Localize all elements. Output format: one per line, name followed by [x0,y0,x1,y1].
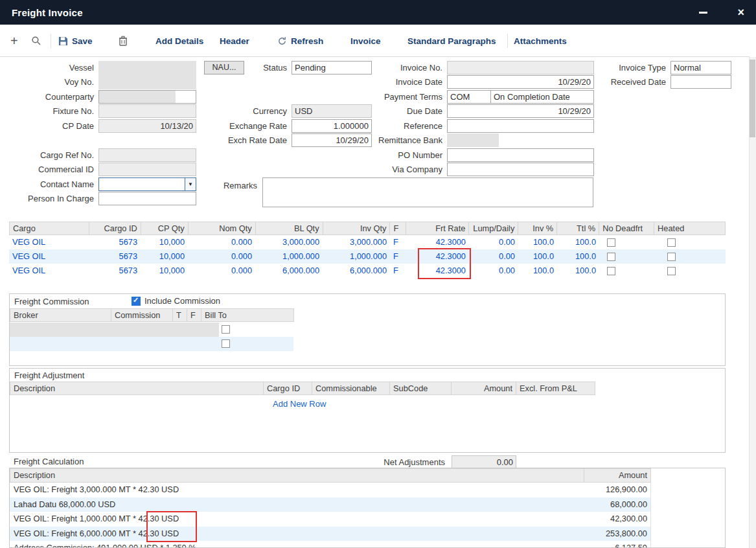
heated-checkbox[interactable] [667,253,676,261]
f-cell[interactable]: F [390,249,406,264]
person-in-charge-field[interactable] [98,192,196,205]
cp-qty-cell[interactable]: 10,000 [141,235,188,249]
frt-rate-cell[interactable]: 42.3000 [406,235,469,249]
col-header-bl-qty: BL Qty [256,222,323,235]
heated-checkbox[interactable] [667,267,676,275]
inv-pct-cell[interactable]: 100.0 [518,235,557,249]
cargo-row[interactable]: VEG OIL 5673 10,000 0.000 1,000.000 1,00… [9,249,726,264]
standard-paragraphs-button[interactable]: Standard Paragraphs [407,25,496,57]
counterparty-label: Counterparty [0,90,96,104]
nom-qty-cell[interactable]: 0.000 [188,249,255,264]
invoice-type-field[interactable]: Normal [670,61,731,74]
f-cell[interactable]: F [390,264,406,278]
col-header-bill-to: Bill To [201,308,294,322]
cargo-row[interactable]: VEG OIL 5673 10,000 0.000 6,000.000 6,00… [9,264,726,278]
bl-qty-cell[interactable]: 1,000.000 [255,249,323,264]
cargo-cell[interactable]: VEG OIL [9,264,89,278]
payment-terms-code-field[interactable]: COM [447,90,491,104]
col-header-lump-daily: Lump/Daily [469,222,518,235]
cargo-cell[interactable]: VEG OIL [9,235,89,249]
inv-qty-cell[interactable]: 6,000.000 [323,264,390,278]
heated-checkbox[interactable] [667,238,676,247]
cargo-row[interactable]: VEG OIL 5673 10,000 0.000 3,000.000 3,00… [9,235,726,249]
include-commission-checkbox[interactable] [132,297,141,306]
no-deadfrt-checkbox[interactable] [607,253,615,261]
add-details-button[interactable]: Add Details [155,25,203,57]
col-header-cargo-id: Cargo ID [264,382,312,395]
invoice-type-label: Invoice Type [573,61,668,75]
col-header-cargo: Cargo [10,222,89,235]
no-deadfrt-checkbox[interactable] [607,238,615,247]
voy-no-label: Voy No. [0,75,96,89]
ttl-pct-cell[interactable]: 100.0 [557,235,599,249]
cargo-cell[interactable]: VEG OIL [9,249,89,264]
cargo-table: Cargo Cargo ID CP Qty Nom Qty BL Qty Inv… [9,222,726,278]
po-number-field[interactable] [447,148,594,162]
cargo-id-cell[interactable]: 5673 [89,264,141,278]
calc-description: VEG OIL: Freight 6,000.000 MT * 42.30 US… [10,527,584,542]
cargo-id-cell[interactable]: 5673 [89,249,141,264]
col-header-broker: Broker [10,308,111,322]
titlebar: Freight Invoice × [0,0,756,25]
cargo-id-cell[interactable]: 5673 [89,235,141,249]
no-deadfrt-checkbox[interactable] [607,267,615,275]
no-deadfrt-cell [599,264,654,278]
reference-field[interactable] [447,119,594,133]
col-header-inv-qty: Inv Qty [323,222,391,235]
save-button[interactable]: Save [58,25,93,57]
counterparty-redaction [99,91,176,103]
standard-paragraphs-label: Standard Paragraphs [407,36,496,46]
window-title: Freight Invoice [12,7,83,18]
close-icon[interactable]: × [737,6,744,18]
ttl-pct-cell[interactable]: 100.0 [557,264,599,278]
received-date-field[interactable] [670,75,731,89]
inv-qty-cell[interactable]: 3,000.000 [323,235,390,249]
ttl-pct-cell[interactable]: 100.0 [557,249,599,264]
commission-row[interactable] [10,337,293,351]
cp-qty-cell[interactable]: 10,000 [141,249,188,264]
nom-qty-cell[interactable]: 0.000 [188,264,255,278]
window-controls: × [699,6,744,18]
highlight-box-frt-rate [418,248,471,279]
col-header-description: Description [10,468,584,483]
col-header-t: T [173,308,187,322]
save-icon [58,36,68,46]
calculation-row: VEG OIL: Freight 3,000.000 MT * 42.30 US… [10,483,651,497]
via-company-field[interactable] [447,163,594,176]
calculation-row: VEG OIL: Freight 1,000.000 MT * 42.30 US… [10,512,651,527]
inv-qty-cell[interactable]: 1,000.000 [323,249,390,264]
fixture-no-label: Fixture No. [0,104,96,119]
attachments-button[interactable]: Attachments [514,25,567,57]
search-button[interactable] [31,25,41,57]
refresh-button[interactable]: Refresh [277,25,323,57]
cp-qty-cell[interactable]: 10,000 [141,264,188,278]
inv-pct-cell[interactable]: 100.0 [518,249,557,264]
bl-qty-cell[interactable]: 3,000.000 [255,235,323,249]
commission-row-checkbox[interactable] [222,325,230,334]
lump-daily-cell[interactable]: 0.00 [469,249,518,264]
lump-daily-cell[interactable]: 0.00 [469,264,518,278]
search-icon [31,36,41,46]
invoice-button[interactable]: Invoice [350,25,381,57]
nom-qty-cell[interactable]: 0.000 [188,235,255,249]
toolbar: + Save Add Details Header Refresh Invoic… [0,25,750,57]
header-button[interactable]: Header [220,25,249,57]
invoice-date-field[interactable]: 10/29/20 [447,75,594,89]
col-header-cp-qty: CP Qty [141,222,189,235]
minimize-icon[interactable] [699,12,707,14]
scrollbar-thumb[interactable] [750,60,755,137]
delete-button[interactable] [119,25,128,57]
new-button[interactable]: + [10,25,18,57]
calculation-row: Lahad Datu 68,000.00 USD 68,000.00 [10,497,651,512]
bl-qty-cell[interactable]: 6,000.000 [255,264,323,278]
payment-terms-description: On Completion Date [490,90,594,104]
remarks-field[interactable] [262,177,593,207]
commission-row-checkbox[interactable] [222,339,230,348]
f-cell[interactable]: F [390,235,406,249]
add-new-row-link[interactable]: Add New Row [273,399,326,409]
due-date-field[interactable]: 10/29/20 [447,104,594,118]
inv-pct-cell[interactable]: 100.0 [518,264,557,278]
lump-daily-cell[interactable]: 0.00 [469,235,518,249]
col-header-ttl-pct: Ttl % [557,222,599,235]
freight-adjustment-panel: Freight Adjustment Description Cargo ID … [9,368,726,453]
